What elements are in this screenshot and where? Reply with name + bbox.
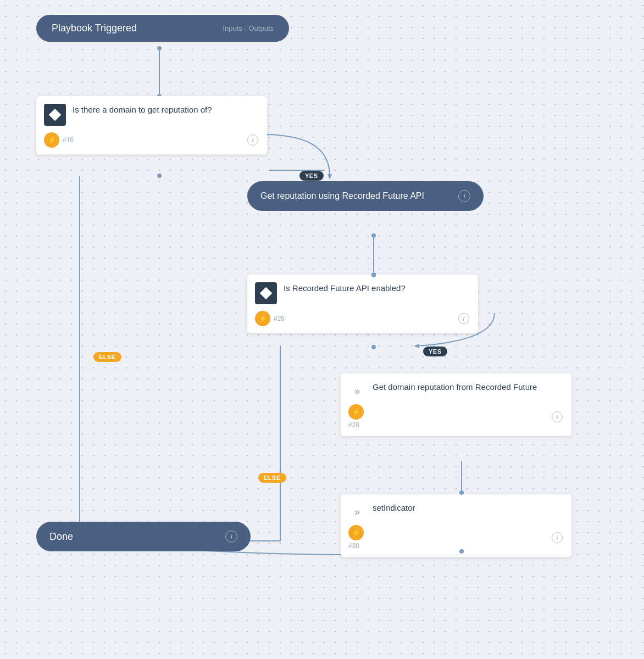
condition2-footer: ⚡ #26 i [255, 309, 469, 326]
condition1-footer: ⚡ #16 i [44, 130, 258, 148]
trigger-links: Inputs / Outputs [223, 24, 274, 32]
condition1-id: #16 [63, 136, 74, 144]
task1-footer: ⚡ #28 i [348, 404, 563, 429]
task2-badge: ⚡ #30 [348, 525, 364, 550]
condition2-id: #26 [274, 315, 285, 322]
action1-node[interactable]: Get reputation using Recorded Future API… [247, 181, 484, 211]
else-label-2: ELSE [258, 473, 286, 483]
task2-header: » setIndicator [348, 502, 563, 521]
svg-marker-2 [327, 174, 332, 180]
outputs-link[interactable]: Outputs [248, 24, 274, 32]
lightning-icon1: ⚡ [44, 132, 59, 148]
done-info[interactable]: i [225, 530, 237, 543]
diamond-icon1 [44, 104, 66, 126]
condition1-badge: ⚡ #16 [44, 132, 74, 148]
action1-title: Get reputation using Recorded Future API [260, 191, 452, 202]
yes-label-1: YES [299, 171, 324, 181]
lightning-icon3: ⚡ [348, 404, 364, 420]
slash: / [245, 24, 247, 32]
condition2-title: Is Recorded Future API enabled? [284, 282, 469, 294]
condition1-title: Is there a domain to get reputation of? [73, 104, 258, 115]
task2-node: » setIndicator ⚡ #30 i [341, 494, 571, 557]
arrow-icon2: » [348, 503, 366, 521]
connector-dot-1 [157, 46, 162, 51]
condition2-info[interactable]: i [458, 313, 469, 324]
lightning-icon4: ⚡ [348, 525, 364, 540]
done-title: Done [49, 531, 73, 543]
condition2-header: Is Recorded Future API enabled? [255, 282, 469, 304]
connector-dot-4 [371, 273, 376, 277]
task2-title: setIndicator [373, 502, 563, 513]
condition1-header: Is there a domain to get reputation of? [44, 104, 258, 126]
task2-info[interactable]: i [552, 532, 563, 543]
condition1-info[interactable]: i [247, 135, 258, 146]
task1-header: » Get domain reputation from Recorded Fu… [348, 381, 563, 400]
arrow-icon1: » [348, 382, 366, 400]
task1-title: Get domain reputation from Recorded Futu… [373, 381, 563, 393]
diamond-icon2 [255, 282, 277, 304]
task1-node: » Get domain reputation from Recorded Fu… [341, 373, 571, 436]
trigger-title: Playbook Triggered [52, 23, 137, 34]
connector-dot-7 [459, 549, 464, 554]
inputs-link[interactable]: Inputs [223, 24, 242, 32]
else-badge-2: ELSE [258, 472, 286, 482]
svg-marker-6 [414, 344, 419, 348]
task1-badge: ⚡ #28 [348, 404, 364, 429]
task1-id: #28 [348, 421, 359, 429]
condition2-badge: ⚡ #26 [255, 311, 285, 326]
connector-dot-3 [371, 233, 376, 238]
connector-dot-6 [459, 490, 464, 495]
action1-info[interactable]: i [458, 190, 470, 202]
else-label-1: ELSE [93, 352, 121, 362]
yes-label-2: YES [423, 347, 447, 356]
condition2-node: Is Recorded Future API enabled? ⚡ #26 i [247, 275, 478, 333]
else-badge-1: ELSE [93, 351, 121, 361]
done-node[interactable]: Done i [36, 522, 251, 551]
task1-info[interactable]: i [552, 411, 563, 422]
yes-badge-2: YES [423, 346, 447, 356]
condition1-node: Is there a domain to get reputation of? … [36, 96, 267, 154]
yes-badge-1: YES [299, 170, 324, 180]
trigger-node[interactable]: Playbook Triggered Inputs / Outputs [36, 15, 289, 42]
task2-footer: ⚡ #30 i [348, 525, 563, 550]
lightning-icon2: ⚡ [255, 311, 270, 326]
connector-dot-2 [157, 174, 162, 178]
connector-dot-5 [371, 345, 376, 349]
task2-id: #30 [348, 542, 359, 550]
